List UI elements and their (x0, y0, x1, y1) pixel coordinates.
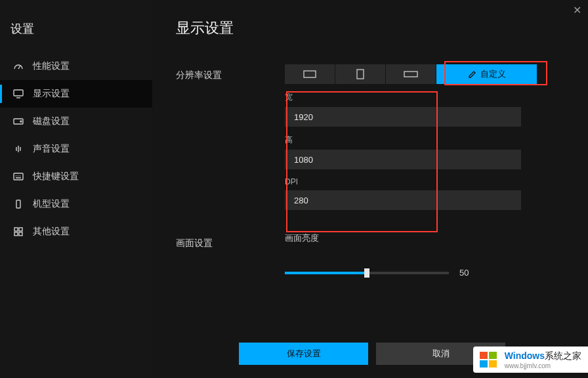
svg-rect-3 (14, 173, 23, 180)
sidebar: 设置 性能设置 显示设置 磁盘设置 声音设置 (0, 0, 152, 378)
save-button[interactable]: 保存设置 (239, 343, 368, 365)
brightness-label: 画面亮度 (285, 232, 564, 244)
svg-rect-6 (19, 228, 22, 231)
aspect-tab-landscape[interactable] (285, 64, 335, 84)
aspect-tab-portrait[interactable] (335, 64, 386, 84)
sidebar-item-disk[interactable]: 磁盘设置 (0, 108, 152, 135)
disk-icon (13, 117, 24, 126)
watermark-text: Windows系统之家 (505, 350, 581, 362)
svg-rect-11 (404, 72, 417, 77)
sidebar-item-label: 显示设置 (33, 88, 70, 100)
sidebar-item-sound[interactable]: 声音设置 (0, 135, 152, 163)
svg-rect-0 (14, 90, 23, 96)
picture-label: 画面设置 (176, 232, 285, 249)
slider-thumb[interactable] (364, 268, 369, 278)
custom-tab-label: 自定义 (480, 68, 506, 80)
resolution-section: 分辨率设置 自定义 (176, 64, 564, 210)
sidebar-item-display[interactable]: 显示设置 (0, 80, 152, 108)
sidebar-item-label: 声音设置 (33, 143, 70, 155)
dpi-label: DPI (285, 177, 564, 186)
resolution-label: 分辨率设置 (176, 64, 285, 81)
sidebar-item-label: 磁盘设置 (33, 116, 70, 127)
svg-rect-15 (489, 360, 497, 368)
svg-rect-13 (489, 352, 497, 359)
windows-logo-icon (477, 349, 501, 370)
main-panel: 显示设置 分辨率设置 自定义 (152, 0, 588, 378)
sound-icon (13, 144, 24, 154)
height-label: 高 (285, 135, 564, 146)
svg-point-2 (20, 121, 22, 122)
active-indicator (0, 85, 2, 103)
phone-icon (13, 200, 24, 209)
monitor-icon (13, 89, 24, 98)
svg-rect-12 (480, 352, 488, 359)
sidebar-item-performance[interactable]: 性能设置 (0, 52, 152, 80)
watermark-url: www.bjjmlv.com (505, 362, 581, 369)
svg-rect-9 (304, 71, 316, 77)
aspect-tab-wide[interactable] (386, 64, 436, 84)
width-label: 宽 (285, 92, 564, 103)
edit-icon (468, 70, 476, 79)
aspect-tabs: 自定义 (285, 64, 564, 84)
sidebar-item-label: 性能设置 (33, 60, 70, 72)
landscape-icon (303, 70, 316, 79)
brightness-value: 50 (459, 268, 469, 278)
svg-rect-7 (14, 232, 18, 236)
sidebar-item-device[interactable]: 机型设置 (0, 190, 152, 218)
picture-section: 画面设置 画面亮度 50 (176, 232, 564, 278)
svg-rect-5 (14, 228, 18, 231)
page-title: 显示设置 (176, 18, 564, 38)
aspect-tab-custom[interactable]: 自定义 (436, 64, 537, 84)
sidebar-item-label: 其他设置 (33, 226, 70, 238)
dpi-input[interactable] (285, 190, 521, 210)
sidebar-item-label: 快捷键设置 (33, 171, 79, 182)
height-input[interactable] (285, 150, 521, 169)
watermark: Windows系统之家 www.bjjmlv.com (473, 346, 588, 373)
grid-icon (13, 227, 24, 236)
slider-fill (285, 272, 367, 274)
wide-icon (404, 70, 418, 78)
svg-rect-10 (357, 70, 364, 79)
sidebar-item-shortcut[interactable]: 快捷键设置 (0, 163, 152, 190)
svg-rect-14 (480, 360, 488, 368)
svg-rect-8 (19, 232, 22, 236)
sidebar-item-other[interactable]: 其他设置 (0, 218, 152, 245)
gauge-icon (13, 62, 24, 71)
footer-buttons: 保存设置 取消 (239, 343, 505, 365)
brightness-slider[interactable] (285, 272, 449, 274)
keyboard-icon (13, 172, 24, 181)
width-input[interactable] (285, 107, 521, 127)
sidebar-item-label: 机型设置 (33, 198, 70, 210)
svg-rect-4 (16, 200, 20, 208)
sidebar-title: 设置 (0, 0, 152, 52)
portrait-icon (356, 69, 364, 79)
